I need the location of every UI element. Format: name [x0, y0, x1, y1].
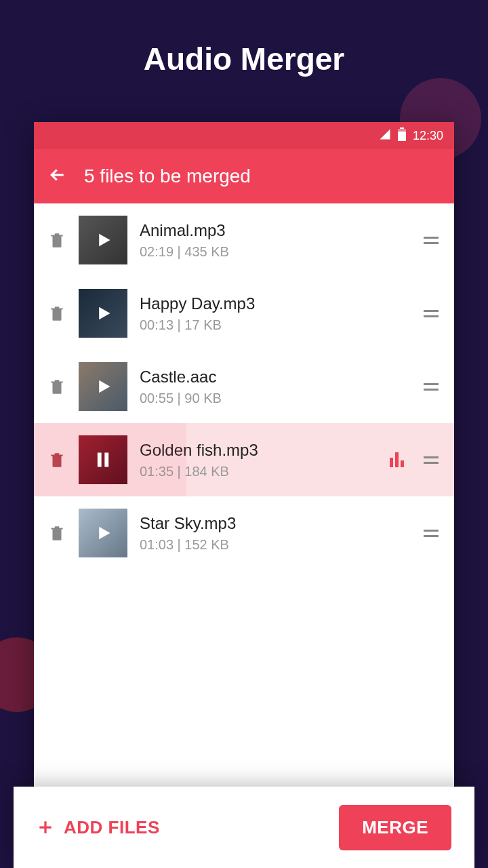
pause-thumbnail[interactable]	[79, 435, 127, 484]
file-name: Happy Day.mp3	[140, 294, 409, 313]
file-row[interactable]: Castle.aac00:55 | 90 KB	[34, 350, 454, 423]
play-thumbnail[interactable]	[79, 216, 127, 264]
app-bar-title: 5 files to be merged	[84, 165, 251, 187]
drag-handle-icon[interactable]	[422, 530, 441, 537]
file-info: Castle.aac00:55 | 90 KB	[140, 368, 409, 406]
file-name: Star Sky.mp3	[140, 514, 409, 533]
file-name: Animal.mp3	[140, 221, 409, 240]
app-bar: 5 files to be merged	[34, 149, 454, 203]
battery-icon	[398, 127, 406, 144]
status-time: 12:30	[413, 129, 443, 143]
file-name: Golden fish.mp3	[140, 441, 378, 460]
file-row[interactable]: Star Sky.mp301:03 | 152 KB	[34, 496, 454, 570]
file-row[interactable]: Happy Day.mp300:13 | 17 KB	[34, 277, 454, 350]
page-title: Audio Merger	[0, 0, 488, 77]
file-list: Animal.mp302:19 | 435 KBHappy Day.mp300:…	[34, 203, 454, 868]
file-info: Star Sky.mp301:03 | 152 KB	[140, 514, 409, 553]
svg-rect-4	[104, 453, 108, 467]
file-info: Happy Day.mp300:13 | 17 KB	[140, 294, 409, 333]
merge-button[interactable]: MERGE	[339, 805, 451, 850]
file-row[interactable]: Animal.mp302:19 | 435 KB	[34, 203, 454, 277]
file-meta: 00:55 | 90 KB	[140, 391, 409, 406]
drag-handle-icon[interactable]	[422, 310, 441, 317]
equalizer-icon	[390, 452, 404, 467]
file-meta: 02:19 | 435 KB	[140, 244, 409, 260]
play-thumbnail[interactable]	[79, 509, 127, 557]
delete-icon[interactable]	[47, 523, 66, 543]
file-info: Golden fish.mp301:35 | 184 KB	[140, 441, 378, 479]
file-name: Castle.aac	[140, 368, 409, 387]
delete-icon[interactable]	[47, 303, 66, 323]
file-meta: 01:03 | 152 KB	[140, 537, 409, 553]
play-thumbnail[interactable]	[79, 289, 127, 338]
add-files-button[interactable]: ADD FILES	[37, 817, 160, 838]
bottom-bar: ADD FILES MERGE	[14, 787, 474, 868]
add-files-label: ADD FILES	[64, 817, 160, 838]
file-row[interactable]: Golden fish.mp301:35 | 184 KB	[34, 423, 454, 496]
svg-rect-1	[398, 132, 406, 141]
delete-icon[interactable]	[47, 376, 66, 397]
file-meta: 00:13 | 17 KB	[140, 317, 409, 333]
file-meta: 01:35 | 184 KB	[140, 464, 378, 479]
delete-icon[interactable]	[47, 230, 66, 250]
signal-icon	[379, 128, 391, 144]
drag-handle-icon[interactable]	[422, 383, 441, 391]
status-bar: 12:30	[34, 122, 454, 149]
drag-handle-icon[interactable]	[422, 456, 441, 464]
play-thumbnail[interactable]	[79, 362, 127, 411]
back-icon[interactable]	[47, 165, 68, 188]
phone-frame: 12:30 5 files to be merged Animal.mp302:…	[34, 122, 454, 868]
svg-rect-3	[98, 453, 102, 467]
svg-rect-2	[400, 127, 404, 129]
drag-handle-icon[interactable]	[422, 237, 441, 244]
delete-icon[interactable]	[47, 450, 66, 470]
file-info: Animal.mp302:19 | 435 KB	[140, 221, 409, 260]
